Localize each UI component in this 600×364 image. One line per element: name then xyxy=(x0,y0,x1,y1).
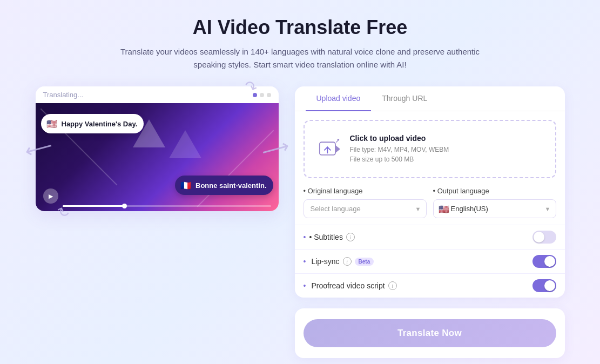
output-language-label: • Output language xyxy=(433,187,556,195)
subtitles-toggle-knob xyxy=(534,232,544,242)
english-badge: 🇺🇸 Happy Valentine's Day. xyxy=(41,114,144,133)
video-frame: 🇺🇸 Happy Valentine's Day. 🇫🇷 Bonne saint… xyxy=(36,103,279,211)
original-language-select-wrapper[interactable]: Select language English(US) Spanish Fren… xyxy=(304,199,427,218)
upload-click-text: Click to upload video xyxy=(350,134,449,143)
lipsync-label: • Lip-sync i Beta xyxy=(304,257,532,266)
french-flag: 🇫🇷 xyxy=(179,179,192,192)
french-badge: 🇫🇷 Bonne saint-valentin. xyxy=(175,176,273,195)
video-preview-panel: Translating... xyxy=(36,86,279,211)
tab-through-url[interactable]: Through URL xyxy=(371,86,438,111)
subtitles-label: • • Subtitles i xyxy=(304,233,532,241)
lipsync-text: Lip-sync xyxy=(311,257,339,266)
french-badge-text: Bonne saint-valentin. xyxy=(195,181,266,190)
lipsync-row: • Lip-sync i Beta xyxy=(295,249,565,273)
proofread-row: • Proofread video script i xyxy=(295,273,565,298)
proofread-toggle[interactable] xyxy=(532,279,556,292)
proofread-text: Proofread video script xyxy=(311,281,385,290)
language-selectors: • Original language Select language Engl… xyxy=(295,187,565,225)
upload-file-type: File type: M4V, MP4, MOV, WEBM xyxy=(350,145,449,154)
svg-marker-1 xyxy=(335,145,340,153)
svg-point-3 xyxy=(337,139,339,141)
beta-badge: Beta xyxy=(355,258,374,266)
subtitles-row: • • Subtitles i xyxy=(295,225,565,249)
upload-file-size: File size up to 500 MB xyxy=(350,154,449,164)
english-badge-text: Happy Valentine's Day. xyxy=(62,120,138,128)
output-language-select-wrapper[interactable]: 🇺🇸 English(US) Spanish French German Chi… xyxy=(433,199,556,218)
original-language-select[interactable]: Select language English(US) Spanish Fren… xyxy=(304,199,427,218)
play-button[interactable]: ▶ xyxy=(43,188,58,204)
translate-now-button[interactable]: Translate Now xyxy=(304,319,556,347)
tab-upload-video[interactable]: Upload video xyxy=(306,86,372,111)
video-top-bar: Translating... xyxy=(36,86,279,103)
dot-inactive1 xyxy=(260,93,264,97)
original-language-label: • Original language xyxy=(304,187,427,195)
upload-area[interactable]: Click to upload video File type: M4V, MP… xyxy=(304,120,556,178)
proofread-info-icon[interactable]: i xyxy=(388,281,397,290)
output-language-group: • Output language 🇺🇸 English(US) Spanish… xyxy=(433,187,556,218)
upload-icon-wrap xyxy=(318,137,341,161)
subtitles-text: • Subtitles xyxy=(309,233,343,241)
lipsync-info-icon[interactable]: i xyxy=(343,257,352,266)
lipsync-toggle-knob xyxy=(544,256,555,267)
subtitles-toggle[interactable] xyxy=(532,231,556,244)
translating-label: Translating... xyxy=(43,91,84,99)
proofread-label: • Proofread video script i xyxy=(304,281,532,290)
english-flag: 🇺🇸 xyxy=(45,117,58,130)
translate-panel: Translate Now xyxy=(295,308,565,358)
lipsync-toggle[interactable] xyxy=(532,255,556,268)
tabs-row: Upload video Through URL xyxy=(295,86,565,111)
original-language-group: • Original language Select language Engl… xyxy=(304,187,427,218)
subtitles-info-icon[interactable]: i xyxy=(346,233,355,241)
page-title: AI Video Translate Free xyxy=(193,16,408,39)
page-subtitle: Translate your videos seamlessly in 140+… xyxy=(106,45,495,71)
progress-bar xyxy=(63,205,271,207)
dot-inactive2 xyxy=(267,93,271,97)
proofread-toggle-knob xyxy=(544,280,555,291)
main-control-panel: Upload video Through URL xyxy=(295,86,565,298)
output-language-select[interactable]: English(US) Spanish French German Chines… xyxy=(433,199,556,218)
upload-icon xyxy=(319,138,340,160)
